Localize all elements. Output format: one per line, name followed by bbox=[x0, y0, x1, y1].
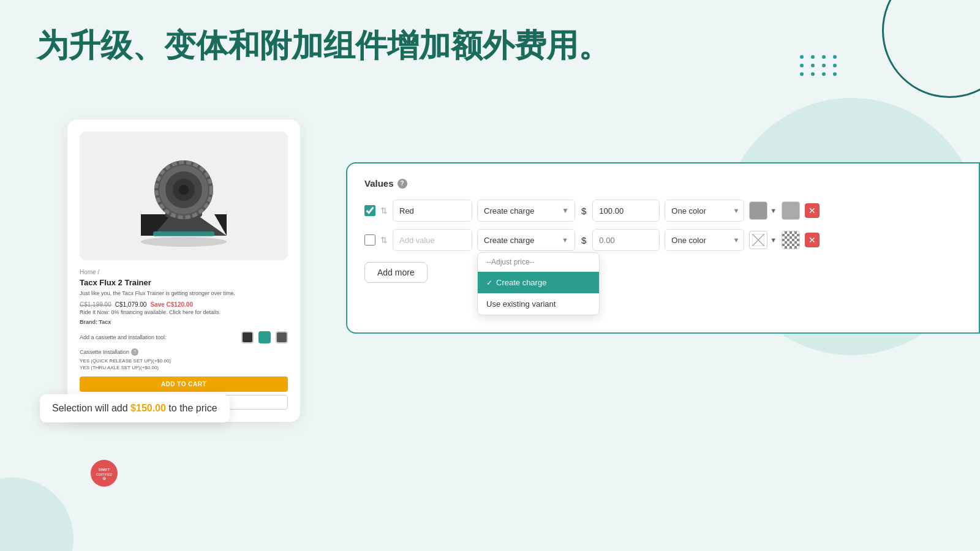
svg-text:⊕: ⊕ bbox=[102, 476, 107, 481]
financing-text: Ride It Now: 0% financing available. Cli… bbox=[80, 309, 288, 315]
values-panel: Values ? ⇅ Create charge Use existing va… bbox=[346, 162, 980, 334]
bg-circle-bottom-left bbox=[0, 478, 74, 551]
no-swatch-icon bbox=[752, 234, 764, 246]
add-to-cart-button[interactable]: ADD TO CART bbox=[80, 377, 288, 392]
panel-title-text: Values bbox=[364, 178, 394, 189]
values-help-icon[interactable]: ? bbox=[398, 179, 407, 189]
row2-color-select[interactable]: One color bbox=[665, 229, 744, 251]
row1-dollar: $ bbox=[581, 206, 586, 216]
row2-remove-button[interactable]: ✕ bbox=[805, 233, 820, 247]
cassette-option-2: YES (THRU AXLE SET UP)(+$0.00) bbox=[80, 365, 288, 370]
row2-swatch-chevron[interactable]: ▼ bbox=[770, 236, 777, 244]
row2-dollar: $ bbox=[581, 235, 586, 246]
cassette-option-1: YES (QUICK RELEASE SET UP)(+$0.00) bbox=[80, 358, 288, 364]
price-original: C$1,199.00 bbox=[80, 301, 111, 308]
svg-rect-10 bbox=[153, 231, 214, 236]
create-charge-label: Create charge bbox=[496, 278, 546, 287]
trainer-image bbox=[123, 141, 245, 251]
dropdown-header: --Adjust price-- bbox=[478, 253, 599, 272]
swatch-black[interactable] bbox=[241, 331, 254, 343]
row1-color-preview bbox=[782, 201, 800, 220]
accessory-label: Add a cassette and installation tool: bbox=[80, 334, 236, 340]
row2-checkbox[interactable] bbox=[364, 234, 375, 246]
charge-type-dropdown-menu: --Adjust price-- ✓ Create charge Use exi… bbox=[477, 252, 600, 315]
accessory-section: Add a cassette and installation tool: bbox=[80, 331, 288, 343]
swift-certified-icon: SWIFT CERTIFIED ⊕ bbox=[92, 461, 116, 485]
selection-tooltip: Selection will add $150.00 to the price bbox=[40, 394, 230, 422]
svg-point-11 bbox=[141, 237, 227, 247]
add-more-button[interactable]: Add more bbox=[364, 262, 428, 283]
swatch-dark[interactable] bbox=[276, 331, 288, 343]
row1-swatch-chevron[interactable]: ▼ bbox=[770, 207, 777, 214]
row2-swatch-selector: ▼ bbox=[749, 231, 777, 249]
price-save: Save C$120.00 bbox=[150, 301, 193, 308]
row1-sort-icon[interactable]: ⇅ bbox=[380, 206, 388, 216]
tooltip-text-before: Selection will add bbox=[52, 403, 130, 413]
cassette-section: Cassette Installation ? YES (QUICK RELEA… bbox=[80, 348, 288, 370]
value-row-2: ⇅ Create charge ▼ --Adjust price-- ✓ Cre… bbox=[364, 229, 962, 251]
product-breadcrumb: Home / bbox=[80, 269, 288, 276]
value-row-1: ⇅ Create charge Use existing variant ▼ $… bbox=[364, 200, 962, 222]
row1-color-dropdown[interactable]: One color ▼ bbox=[665, 200, 744, 222]
row2-price-input[interactable] bbox=[592, 229, 660, 251]
product-image-area bbox=[80, 132, 288, 260]
row1-swatch-selector: ▼ bbox=[749, 201, 777, 220]
bg-circle-top-right bbox=[882, 0, 980, 98]
tooltip-text-after: to the price bbox=[166, 403, 217, 413]
product-desc: Just like you, the Tacx Flux Trainer is … bbox=[80, 290, 288, 298]
row1-remove-button[interactable]: ✕ bbox=[805, 203, 820, 218]
row1-value-input[interactable] bbox=[393, 200, 472, 222]
svg-text:SWIFT: SWIFT bbox=[99, 468, 110, 471]
cassette-label: Cassette Installation ? bbox=[80, 348, 288, 356]
row2-value-input[interactable] bbox=[393, 229, 472, 251]
price-sale: C$1,079.00 bbox=[115, 301, 147, 308]
row2-swatch-box[interactable] bbox=[749, 231, 767, 249]
row1-charge-dropdown[interactable]: Create charge Use existing variant ▼ bbox=[477, 200, 575, 222]
row2-sort-icon[interactable]: ⇅ bbox=[380, 235, 388, 245]
cassette-help-icon: ? bbox=[131, 348, 138, 356]
row2-charge-arrow-icon: ▼ bbox=[562, 236, 568, 244]
row1-swatch-box[interactable] bbox=[749, 201, 767, 220]
row2-charge-label: Create charge bbox=[484, 236, 534, 245]
row1-color-select[interactable]: One color bbox=[665, 200, 744, 222]
brand-row: Brand: Tacx bbox=[80, 319, 288, 325]
row1-charge-select[interactable]: Create charge Use existing variant bbox=[477, 200, 575, 222]
row2-charge-display[interactable]: Create charge ▼ bbox=[477, 229, 575, 251]
swift-badge: SWIFT CERTIFIED ⊕ bbox=[91, 460, 118, 487]
brand-label: Brand: bbox=[80, 319, 97, 325]
product-card: Home / Tacx Flux 2 Trainer Just like you… bbox=[67, 119, 300, 422]
dot-grid bbox=[800, 55, 839, 76]
tooltip-price: $150.00 bbox=[130, 403, 166, 413]
dropdown-item-create-charge[interactable]: ✓ Create charge bbox=[478, 272, 599, 293]
row2-color-dropdown[interactable]: One color ▼ bbox=[665, 229, 744, 251]
check-icon: ✓ bbox=[486, 279, 492, 287]
use-existing-label: Use existing variant bbox=[486, 299, 556, 309]
svg-point-8 bbox=[179, 185, 189, 195]
product-price-row: C$1,199.00 C$1,079.00 Save C$120.00 bbox=[80, 301, 288, 308]
dropdown-item-use-existing[interactable]: Use existing variant bbox=[478, 293, 599, 315]
row1-price-input[interactable] bbox=[592, 200, 660, 222]
swatch-teal[interactable] bbox=[258, 331, 271, 343]
main-heading: 为升级、变体和附加组件增加额外费用。 bbox=[37, 24, 610, 67]
row1-checkbox[interactable] bbox=[364, 205, 375, 216]
row2-color-preview bbox=[782, 231, 800, 249]
row2-charge-dropdown[interactable]: Create charge ▼ --Adjust price-- ✓ Creat… bbox=[477, 229, 575, 251]
panel-title: Values ? bbox=[364, 178, 962, 189]
brand-value: Tacx bbox=[99, 319, 111, 325]
product-name: Tacx Flux 2 Trainer bbox=[80, 278, 288, 287]
